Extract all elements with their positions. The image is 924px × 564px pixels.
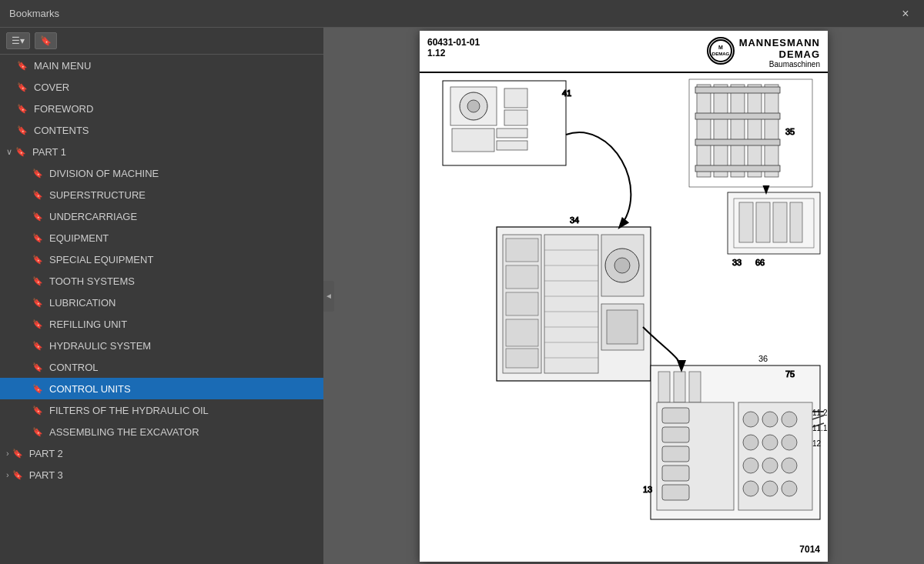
bookmark-item-cover[interactable]: 🔖COVER	[0, 76, 323, 98]
technical-diagram: 41	[420, 73, 828, 558]
bookmark-item-undercarriage[interactable]: 🔖UNDERCARRIAGE	[0, 205, 323, 227]
list-view-button[interactable]: ☰▾	[6, 32, 30, 49]
bookmark-item-hydraulic-system[interactable]: 🔖HYDRAULIC SYSTEM	[0, 335, 323, 356]
svg-point-77	[782, 481, 797, 496]
bookmark-label: ASSEMBLING THE EXCAVATOR	[49, 426, 199, 438]
ribbon-icon: 🔖	[32, 212, 43, 222]
svg-rect-27	[739, 202, 753, 242]
svg-rect-23	[695, 165, 780, 172]
page-footer-number: 7014	[799, 544, 820, 555]
svg-rect-37	[506, 292, 538, 315]
bookmark-item-part3[interactable]: ›🔖PART 3	[0, 464, 323, 486]
bookmark-label: CONTROL UNITS	[49, 383, 131, 395]
bookmark-list: 🔖MAIN MENU🔖COVER🔖FOREWORD🔖CONTENTS∨🔖PART…	[0, 55, 323, 564]
bookmark-item-lubrication[interactable]: 🔖LUBRICATION	[0, 292, 323, 313]
svg-rect-64	[662, 485, 689, 500]
bookmark-item-superstructure[interactable]: 🔖SUPERSTRUCTURE	[0, 184, 323, 205]
svg-point-74	[782, 458, 797, 473]
svg-point-70	[762, 435, 778, 450]
document-page: 60431-01-01 1.12 M DEMAG MANNESMANN DEMA…	[420, 31, 828, 562]
bookmark-view-button[interactable]: 🔖	[35, 32, 57, 49]
svg-rect-11	[497, 128, 527, 138]
bookmark-item-main-menu[interactable]: 🔖MAIN MENU	[0, 55, 323, 76]
svg-rect-8	[504, 88, 527, 108]
ribbon-icon: 🔖	[32, 190, 43, 200]
bookmark-item-tooth-systems[interactable]: 🔖TOOTH SYSTEMS	[0, 270, 323, 292]
ribbon-icon: 🔖	[15, 147, 26, 157]
bookmark-label: CONTROL	[49, 362, 99, 373]
svg-text:75: 75	[785, 369, 795, 379]
bookmark-label: COVER	[34, 82, 69, 93]
list-view-icon: ☰▾	[12, 35, 25, 46]
expand-icon: ›	[6, 470, 9, 479]
page-header: 60431-01-01 1.12 M DEMAG MANNESMANN DEMA…	[420, 31, 828, 73]
bookmark-label: PART 1	[32, 146, 66, 158]
ribbon-icon: 🔖	[12, 449, 23, 459]
svg-rect-17	[731, 85, 745, 177]
svg-text:11.1: 11.1	[812, 424, 828, 432]
svg-point-51	[614, 258, 630, 273]
svg-text:36: 36	[758, 354, 768, 363]
svg-rect-38	[506, 319, 538, 346]
collapse-panel-button[interactable]: ◄	[323, 281, 334, 312]
ribbon-icon: 🔖	[32, 384, 43, 394]
svg-rect-40	[544, 235, 598, 373]
svg-rect-53	[607, 310, 638, 344]
ribbon-icon: 🔖	[32, 169, 43, 179]
bookmark-label: SPECIAL EQUIPMENT	[49, 254, 153, 265]
svg-text:66: 66	[755, 258, 765, 267]
svg-text:35: 35	[785, 127, 795, 136]
ribbon-icon: 🔖	[17, 82, 28, 92]
main-layout: ☰▾ 🔖 🔖MAIN MENU🔖COVER🔖FOREWORD🔖CONTENTS∨…	[0, 28, 924, 564]
bookmark-item-control[interactable]: 🔖CONTROL	[0, 356, 323, 378]
svg-rect-57	[674, 372, 685, 402]
bookmark-item-division[interactable]: 🔖DIVISION OF MACHINE	[0, 162, 323, 184]
logo-area: M DEMAG MANNESMANN DEMAG Baumaschinen	[707, 37, 820, 68]
bookmark-item-assembling[interactable]: 🔖ASSEMBLING THE EXCAVATOR	[0, 421, 323, 442]
svg-text:11.2: 11.2	[812, 409, 828, 417]
svg-rect-28	[756, 202, 770, 242]
brand-name-1: MANNESMANN	[739, 37, 820, 48]
bookmark-label: DIVISION OF MACHINE	[49, 168, 159, 179]
diagram-area: 41	[420, 73, 828, 558]
ribbon-icon: 🔖	[32, 233, 43, 243]
svg-point-7	[467, 100, 480, 112]
ribbon-icon: 🔖	[17, 104, 28, 114]
ribbon-icon: 🔖	[17, 125, 28, 135]
svg-rect-60	[662, 408, 689, 423]
svg-text:13: 13	[643, 485, 652, 494]
page-reference: 60431-01-01	[427, 37, 480, 48]
svg-text:12: 12	[812, 439, 822, 448]
bookmark-label: SUPERSTRUCTURE	[49, 189, 146, 201]
bookmark-icon: 🔖	[40, 35, 52, 46]
page-number: 1.12	[427, 48, 480, 58]
bookmark-item-equipment[interactable]: 🔖EQUIPMENT	[0, 227, 323, 249]
bookmark-label: UNDERCARRIAGE	[49, 211, 137, 222]
brand-text: MANNESMANN DEMAG Baumaschinen	[739, 37, 820, 68]
svg-rect-22	[695, 139, 780, 145]
bookmark-item-refilling-unit[interactable]: 🔖REFILLING UNIT	[0, 313, 323, 335]
svg-rect-36	[506, 265, 538, 289]
svg-point-75	[743, 481, 758, 496]
svg-point-71	[782, 435, 797, 450]
ribbon-icon: 🔖	[32, 405, 43, 415]
bookmark-item-special-equipment[interactable]: 🔖SPECIAL EQUIPMENT	[0, 249, 323, 270]
ribbon-icon: 🔖	[32, 276, 43, 286]
svg-rect-61	[662, 427, 689, 442]
bookmark-item-foreword[interactable]: 🔖FOREWORD	[0, 98, 323, 119]
bookmark-item-part2[interactable]: ›🔖PART 2	[0, 442, 323, 464]
ribbon-icon: 🔖	[32, 319, 43, 329]
bookmark-item-control-units[interactable]: 🔖CONTROL UNITS	[0, 378, 323, 399]
svg-point-68	[782, 412, 797, 427]
expand-icon: ›	[6, 449, 9, 458]
bookmark-label: PART 2	[29, 448, 63, 459]
title-bar: Bookmarks ×	[0, 0, 924, 28]
document-area: 60431-01-01 1.12 M DEMAG MANNESMANN DEMA…	[323, 28, 924, 564]
bookmark-item-filters[interactable]: 🔖FILTERS OF THE HYDRAULIC OIL	[0, 399, 323, 421]
svg-point-73	[762, 458, 778, 473]
svg-rect-63	[662, 466, 689, 481]
svg-point-0	[710, 40, 732, 62]
bookmark-item-contents[interactable]: 🔖CONTENTS	[0, 119, 323, 141]
bookmark-item-part1[interactable]: ∨🔖PART 1	[0, 141, 323, 162]
close-button[interactable]: ×	[896, 5, 915, 23]
